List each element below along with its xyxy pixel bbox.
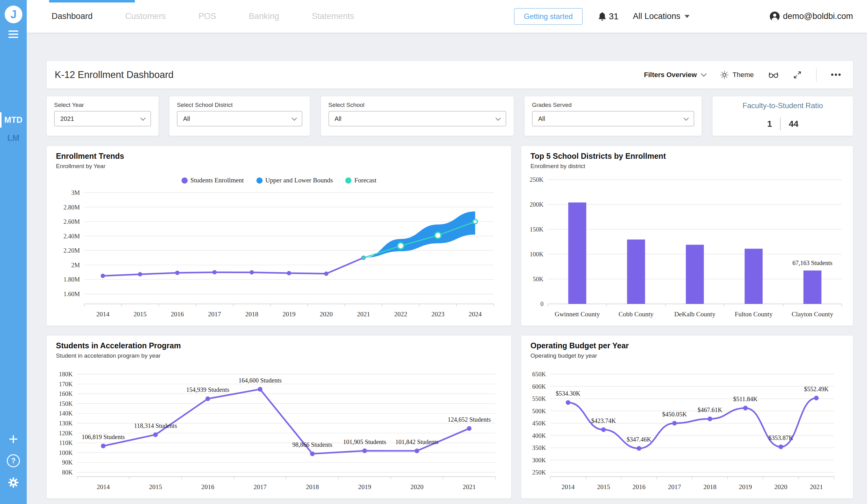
svg-text:106,819 Students: 106,819 Students (82, 433, 125, 440)
svg-text:120K: 120K (59, 430, 73, 437)
chart-title: Students in Acceleration Program (56, 341, 181, 350)
legend-item-forecast[interactable]: Forecast (345, 176, 376, 184)
acceleration-program-plot: 180K170K160K150K140K130K120K110K100K90K8… (49, 364, 509, 495)
svg-text:90K: 90K (62, 459, 73, 466)
help-icon: ? (7, 454, 20, 467)
chart-subtitle: Enrollment by district (531, 163, 585, 170)
operating-budget-plot: 650K600K550K500K450K400K350K300K250K2014… (523, 364, 851, 495)
sidebar-help-button[interactable]: ? (0, 452, 27, 470)
page-title: K-12 Enrollment Dashboard (55, 69, 174, 81)
chevron-down-icon (292, 116, 297, 121)
svg-text:2019: 2019 (739, 483, 752, 491)
svg-text:DeKalb County: DeKalb County (674, 310, 716, 318)
more-menu-button[interactable]: ••• (831, 70, 842, 79)
legend-item-students-enrollment[interactable]: Students Enrollment (181, 176, 244, 184)
svg-text:0: 0 (540, 300, 544, 307)
app-logo[interactable]: J (5, 6, 22, 23)
select-value: All (183, 115, 190, 122)
sidebar-settings-button[interactable] (0, 474, 27, 491)
preview-button[interactable] (768, 71, 779, 79)
sidebar-item-lm[interactable]: LM (0, 129, 27, 147)
svg-text:250K: 250K (530, 176, 544, 183)
svg-text:2015: 2015 (597, 483, 610, 491)
chart-subtitle: Operating budget by year (531, 352, 597, 359)
notifications-button[interactable]: 31 (597, 11, 618, 22)
charts-row-2: Students in Acceleration Program Student… (46, 335, 853, 498)
svg-text:550K: 550K (532, 395, 546, 402)
svg-text:150K: 150K (59, 400, 73, 407)
tab-dashboard[interactable]: Dashboard (52, 11, 93, 21)
svg-text:$347.46K: $347.46K (627, 436, 652, 443)
select-year-dropdown[interactable]: 2021 (54, 111, 151, 127)
chart-title: Top 5 School Districts by Enrollment (531, 152, 666, 161)
svg-text:200K: 200K (530, 201, 544, 208)
sidebar-item-label: LM (8, 133, 20, 143)
filter-label: Select School (329, 101, 364, 108)
legend-dot (345, 178, 352, 184)
location-selector[interactable]: All Locations (633, 11, 689, 21)
legend-label: Upper and Lower Bounds (265, 176, 333, 184)
svg-text:1.80M: 1.80M (63, 276, 80, 283)
svg-text:180K: 180K (59, 371, 73, 377)
tab-pos[interactable]: POS (199, 11, 216, 21)
chevron-down-icon (683, 116, 689, 121)
svg-text:2.60M: 2.60M (63, 218, 80, 225)
filters-overview-dropdown[interactable]: Filters Overview (644, 71, 706, 79)
ratio-card-title: Faculty-to-Student Ratio (713, 101, 853, 110)
legend-dot (256, 178, 263, 184)
svg-text:67,163 Students: 67,163 Students (792, 259, 833, 266)
filters-row: Select Year 2021 Select School District … (46, 96, 853, 136)
svg-text:150K: 150K (530, 226, 544, 233)
svg-text:170K: 170K (59, 380, 73, 387)
svg-text:2016: 2016 (171, 310, 184, 318)
fullscreen-button[interactable] (793, 71, 802, 79)
sidebar-add-button[interactable]: + (0, 430, 27, 448)
operating-budget-card: Operating Budget per Year Operating budg… (521, 335, 853, 498)
hamburger-menu-icon[interactable] (8, 31, 18, 40)
topbar-right-group: Getting started 31 All Locations (514, 0, 853, 33)
svg-text:2017: 2017 (208, 310, 221, 318)
charts-row-1: Enrollment Trends Enrollment by Year Stu… (46, 146, 853, 326)
svg-text:2023: 2023 (431, 310, 445, 318)
select-grades-dropdown[interactable]: All (532, 111, 694, 127)
bell-icon (597, 11, 608, 22)
svg-text:2014: 2014 (561, 483, 575, 491)
top5-districts-card: Top 5 School Districts by Enrollment Enr… (521, 146, 853, 326)
chevron-down-icon (701, 71, 707, 76)
svg-text:1.60M: 1.60M (63, 290, 80, 297)
svg-text:154,939 Students: 154,939 Students (186, 386, 229, 393)
chart-subtitle: Enrollment by Year (56, 163, 106, 170)
svg-text:2018: 2018 (245, 310, 258, 318)
left-sidebar: J MTD LM + ? (0, 0, 27, 504)
svg-text:250K: 250K (532, 469, 546, 476)
getting-started-button[interactable]: Getting started (514, 8, 583, 25)
svg-text:2.80M: 2.80M (63, 204, 80, 211)
dashboard-title-bar: K-12 Enrollment Dashboard Filters Overvi… (46, 61, 853, 88)
top5-districts-plot: 250K200K150K100K50K0Gwinnett CountyCobb … (523, 174, 851, 322)
legend-item-upper-lower-bounds[interactable]: Upper and Lower Bounds (256, 176, 333, 184)
svg-text:2021: 2021 (810, 483, 823, 491)
svg-text:2014: 2014 (97, 483, 110, 491)
svg-text:400K: 400K (532, 432, 546, 439)
user-account[interactable]: demo@boldbi.com (769, 11, 853, 22)
svg-text:2020: 2020 (774, 483, 788, 491)
chart-legend: Students Enrollment Upper and Lower Boun… (46, 176, 511, 184)
sidebar-item-mtd[interactable]: MTD (0, 111, 27, 129)
svg-text:300K: 300K (532, 457, 546, 464)
top-navigation-bar: Dashboard Customers POS Banking Statemen… (27, 0, 867, 33)
tab-customers[interactable]: Customers (125, 11, 166, 21)
svg-text:2019: 2019 (358, 483, 371, 491)
sidebar-active-indicator (0, 112, 2, 128)
select-school-dropdown[interactable]: All (329, 111, 506, 127)
tab-statements[interactable]: Statements (312, 11, 354, 21)
theme-button[interactable]: Theme (720, 71, 753, 79)
sun-icon (720, 71, 729, 79)
svg-text:2020: 2020 (320, 310, 333, 318)
tab-banking[interactable]: Banking (249, 11, 279, 21)
select-value: 2021 (60, 115, 74, 122)
svg-text:$450.05K: $450.05K (662, 411, 687, 418)
svg-text:2.20M: 2.20M (63, 247, 80, 254)
acceleration-program-card: Students in Acceleration Program Student… (46, 335, 511, 498)
select-district-dropdown[interactable]: All (177, 111, 302, 127)
svg-text:Clayton County: Clayton County (792, 310, 833, 318)
